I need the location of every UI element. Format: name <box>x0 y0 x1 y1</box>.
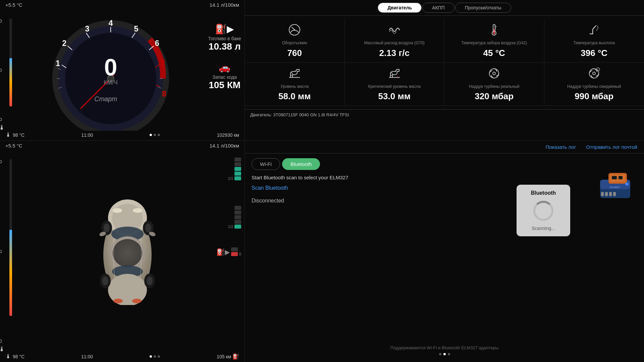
top-left-panel: +5.5 °C 14.1 л/100км 130 90 50 🌡 1 <box>0 0 245 141</box>
speedometer: 1 2 3 4 5 6 7 8 <box>20 10 201 131</box>
fuel-consumption-left: 14.1 л/100км <box>210 2 239 8</box>
svg-point-63 <box>147 277 153 285</box>
oil-crit-icon: ! <box>387 67 402 83</box>
svg-text:КМ/Ч: КМ/Ч <box>104 79 117 86</box>
svg-text:5: 5 <box>134 24 138 33</box>
dot3 <box>158 134 160 136</box>
scan-bluetooth-button[interactable]: Scan Bluetooth <box>252 185 637 191</box>
exhaust-label: Температура выхлопа <box>573 41 615 46</box>
dots-bl <box>150 355 160 358</box>
svg-rect-77 <box>601 192 604 196</box>
svg-text:0: 0 <box>104 54 117 80</box>
svg-rect-78 <box>605 192 608 196</box>
bottom-time-tl: 11:00 <box>81 132 93 138</box>
svg-point-69 <box>132 299 142 303</box>
bottom-temp-tl: 🌡 98 °C <box>5 131 24 138</box>
svg-rect-75 <box>619 176 623 179</box>
svg-rect-79 <box>609 192 612 196</box>
conn-desc: Start Bluetooth scan to select your ELM3… <box>252 175 637 180</box>
tab-engine[interactable]: Двигатель <box>378 3 422 13</box>
turbo-exp-value: 990 мбар <box>575 91 613 102</box>
bt-popup-title: Bluetooth <box>531 190 556 196</box>
temp-bar-bl <box>9 159 12 316</box>
diag-cell-maf: Массовый расход воздуха (G70) 2.13 г/с <box>345 19 445 63</box>
fuel-info: ⛽▶ Топливо в баке 10.38 л 🚗 Запас хода 1… <box>208 23 241 90</box>
svg-text:8: 8 <box>162 89 166 98</box>
temp-gauge-left: 130 90 50 🌡 <box>5 18 17 122</box>
top-bar-left: +5.5 °C 14.1 л/100км <box>0 0 245 10</box>
bottom-odo-tl: 102930 км <box>217 132 239 138</box>
conn-dot1 <box>439 353 441 355</box>
exhaust-value: 396 °C <box>581 48 607 58</box>
svg-text:2: 2 <box>62 39 66 48</box>
diag-cell-air-temp: Температура забора воздуха (G42) 45 °C <box>444 19 544 63</box>
car-display <box>20 151 234 352</box>
bottom-right-panel: Показать лог Отправить лог почтой Wi-Fi … <box>245 141 644 362</box>
svg-point-67 <box>133 208 142 213</box>
show-log-link[interactable]: Показать лог <box>546 144 576 150</box>
gauge-label-90: 90 <box>0 68 2 73</box>
diag-grid: Обороты/мин 760 Массовый расход воздуха … <box>245 16 644 109</box>
maf-icon <box>388 23 401 39</box>
air-temp-icon <box>487 23 501 39</box>
turbo-real-icon <box>487 67 501 83</box>
oil-crit-label: Критический уровень масла <box>368 84 421 89</box>
svg-rect-80 <box>613 192 616 196</box>
conn-dots <box>245 353 644 355</box>
dot1 <box>150 134 152 136</box>
diag-cell-oil-crit: ! Критический уровень масла 53.0 мм <box>345 63 445 106</box>
fuel-bars-container: 1/1 1/2 ⛽▶ 0 <box>216 158 241 256</box>
svg-point-59 <box>145 224 151 232</box>
send-log-link[interactable]: Отправить лог почтой <box>586 144 637 150</box>
fuel-bar-1-1: 1/1 <box>228 158 241 180</box>
conn-status: Disconnected <box>252 198 637 204</box>
svg-rect-36 <box>494 29 495 32</box>
conn-dot3 <box>448 353 450 355</box>
svg-text:Старт: Старт <box>94 95 117 103</box>
bottom-bar-bl: 🌡 98 °C 11:00 105 км ⛽ <box>0 351 245 362</box>
svg-point-42 <box>489 69 499 78</box>
dot2 <box>154 134 156 136</box>
oil-icon <box>287 67 302 83</box>
air-temp-value: 45 °C <box>483 48 505 58</box>
diag-cell-turbo-real: Наддув турбины реальный 320 мбар <box>444 63 544 106</box>
temp-bar-fill <box>9 58 12 106</box>
dot-bl3 <box>158 355 160 358</box>
fuel-label: Топливо в баке <box>208 36 241 41</box>
elm-device: ELM327 <box>598 171 639 205</box>
bt-spinner <box>533 201 553 221</box>
tab-wifi[interactable]: Wi-Fi <box>252 158 280 170</box>
diag-tabs: Двигатель АКПП Пропуски/откаты <box>245 0 644 16</box>
outside-temp-left: +5.5 °C <box>5 2 22 8</box>
oil-label: Уровень масла <box>280 84 309 89</box>
svg-point-53 <box>113 239 142 267</box>
svg-text:3: 3 <box>85 24 89 33</box>
svg-point-76 <box>625 182 629 186</box>
rpm-value: 760 <box>287 48 302 58</box>
svg-text:4: 4 <box>109 19 113 27</box>
engine-info: Двигатель: 3T0907115F 0040 GN 1.8I R4/4V… <box>245 109 644 120</box>
svg-point-68 <box>113 299 123 303</box>
maf-value: 2.13 г/с <box>379 48 410 58</box>
bottom-range-bl: 105 км ⛽ <box>217 353 239 360</box>
air-temp-label: Температура забора воздуха (G42) <box>461 41 527 46</box>
diag-cell-oil: Уровень масла 58.0 мм <box>245 63 345 106</box>
diag-cell-rpm: Обороты/мин 760 <box>245 19 345 63</box>
fuel-bar-1-2: 1/2 <box>228 206 241 229</box>
bt-popup-scanning: Scanning... <box>532 226 555 231</box>
bottom-time-bl: 11:00 <box>81 354 93 359</box>
tab-gearbox[interactable]: АКПП <box>422 3 454 13</box>
tab-misfires[interactable]: Пропуски/откаты <box>455 3 511 13</box>
svg-text:6: 6 <box>155 39 159 48</box>
dots-tl <box>150 134 160 136</box>
dot-bl2 <box>154 355 156 358</box>
tab-bluetooth[interactable]: Bluetooth <box>282 158 320 170</box>
conn-footer-text: Поддерживаются Wi-Fi и Bluetooth ELM327 … <box>245 345 644 350</box>
rpm-icon <box>288 23 301 39</box>
outside-temp-bl: +5.5 °C <box>5 143 22 148</box>
svg-text:!: ! <box>397 75 398 80</box>
fuel-value: 10.38 л <box>208 41 241 52</box>
elm-device-svg: ELM327 <box>598 171 639 201</box>
exhaust-icon <box>587 23 601 39</box>
range-label: Запас хода <box>208 74 241 80</box>
